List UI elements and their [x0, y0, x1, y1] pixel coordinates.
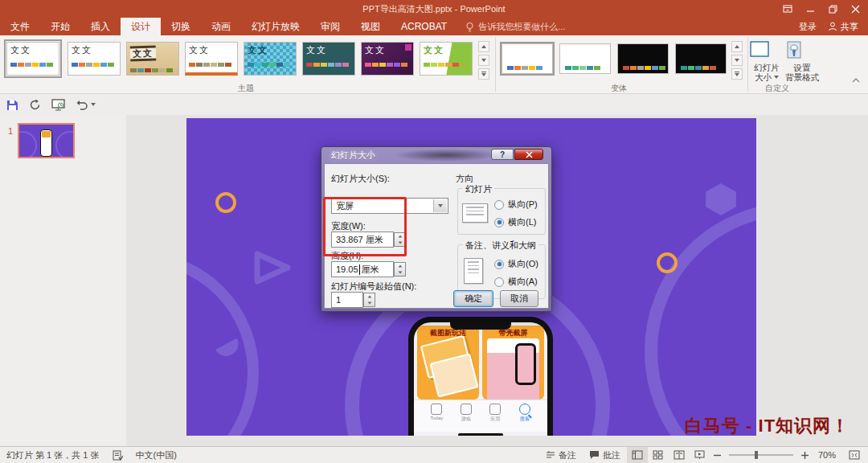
- variant-4[interactable]: [675, 43, 727, 74]
- tab-design[interactable]: 设计: [121, 18, 161, 35]
- aero-glass-blur: [394, 149, 498, 162]
- red-highlight-annotation: [323, 197, 407, 256]
- decoration-ring-left: [186, 252, 259, 436]
- zoom-in-button[interactable]: [798, 452, 812, 459]
- height-spinner[interactable]: [394, 262, 406, 277]
- tell-me-label: 告诉我您想要做什么...: [478, 21, 565, 33]
- slideshow-view-button[interactable]: [690, 447, 710, 463]
- ribbon-display-options-icon[interactable]: [776, 0, 799, 18]
- tab-view[interactable]: 视图: [350, 18, 391, 35]
- undo-icon[interactable]: [76, 100, 96, 110]
- spellcheck-icon[interactable]: [106, 447, 129, 463]
- themes-more-icon[interactable]: [478, 68, 489, 80]
- theme-white-2[interactable]: 文文: [68, 42, 121, 76]
- close-icon[interactable]: [844, 0, 866, 18]
- phone-notch: [450, 322, 511, 330]
- sign-in-button[interactable]: 登录: [799, 21, 817, 33]
- height-unit: 厘米: [362, 264, 379, 276]
- slide-size-icon: [749, 40, 784, 59]
- dialog-close-button[interactable]: [514, 149, 543, 160]
- decoration-orange-ring-right: [657, 252, 678, 273]
- slides-portrait-radio[interactable]: 纵向(P): [494, 199, 538, 211]
- theme-purple[interactable]: 文文: [361, 42, 414, 76]
- slide-size-button[interactable]: 幻灯片 大小: [749, 40, 784, 88]
- variants-scroll-down-icon[interactable]: [731, 55, 743, 66]
- notes-portrait-radio[interactable]: 纵向(O): [494, 258, 538, 270]
- theme-office[interactable]: 文文: [6, 42, 59, 76]
- collapse-ribbon-icon[interactable]: [852, 77, 860, 83]
- text-cursor: [359, 264, 360, 275]
- tell-me-box[interactable]: 告诉我您想要做什么...: [457, 18, 573, 35]
- slide-thumbnail-1[interactable]: [18, 123, 75, 158]
- notes-toggle[interactable]: 备注: [539, 447, 583, 463]
- zoom-slider[interactable]: [729, 454, 793, 456]
- ok-button[interactable]: 确定: [453, 290, 493, 307]
- person-icon: [828, 22, 837, 31]
- themes-scroll-up-icon[interactable]: [478, 41, 489, 52]
- dialog-help-button[interactable]: ?: [491, 149, 514, 160]
- tab-insert[interactable]: 插入: [80, 18, 121, 35]
- slides-group-legend: 幻灯片: [463, 183, 494, 195]
- variants-group-label: 变体: [611, 83, 627, 94]
- save-icon[interactable]: [6, 99, 18, 111]
- format-background-button[interactable]: 设置 背景格式: [784, 40, 820, 88]
- height-input[interactable]: 19.05 厘米: [331, 261, 394, 277]
- decoration-triangle: [252, 249, 293, 286]
- number-start-input[interactable]: 1: [331, 292, 363, 308]
- slide-sorter-view-button[interactable]: [648, 447, 669, 463]
- group-divider: [495, 37, 496, 92]
- tab-animations[interactable]: 动画: [201, 18, 241, 35]
- themes-scroll-down-icon[interactable]: [478, 55, 489, 66]
- document-title: PPT导出高清大图.pptx - PowerPoint: [0, 3, 868, 15]
- fit-to-window-icon[interactable]: [842, 447, 868, 463]
- zoom-level[interactable]: 70%: [812, 447, 842, 463]
- decoration-hexagon: [704, 183, 738, 215]
- number-start-label: 幻灯片编号起始值(N):: [331, 281, 416, 293]
- height-value: 19.05: [336, 264, 358, 274]
- variant-2[interactable]: [559, 43, 611, 74]
- language-indicator[interactable]: 中文(中国): [129, 447, 183, 463]
- customize-group-label: 自定义: [765, 83, 789, 94]
- thumb-phone-graphic: [40, 129, 52, 157]
- minimize-icon[interactable]: [799, 0, 821, 18]
- group-divider: [747, 37, 748, 92]
- restore-icon[interactable]: [821, 0, 844, 18]
- normal-view-button[interactable]: [627, 447, 648, 463]
- combobox-dropdown-icon[interactable]: [433, 199, 447, 212]
- powerpoint-window: PPT导出高清大图.pptx - PowerPoint 文件 开始 插入 设计 …: [0, 0, 868, 463]
- size-label: 幻灯片大小(S):: [331, 173, 390, 185]
- tab-file[interactable]: 文件: [0, 18, 40, 35]
- theme-orange-line[interactable]: 文文: [185, 42, 238, 76]
- quick-access-toolbar: [0, 94, 868, 115]
- undo-dropdown-icon[interactable]: [91, 103, 96, 106]
- dialog-title: 幻灯片大小: [331, 150, 375, 162]
- share-button[interactable]: 共享: [828, 21, 858, 33]
- slides-landscape-radio[interactable]: 横向(L): [494, 216, 536, 228]
- zoom-out-button[interactable]: [710, 452, 724, 459]
- theme-wood[interactable]: 文文: [126, 42, 179, 76]
- number-spinner[interactable]: [363, 293, 375, 307]
- variant-1[interactable]: [502, 43, 553, 74]
- slides-orientation-group: 幻灯片 纵向(P) 横向(L): [457, 188, 546, 235]
- variants-more-icon[interactable]: [731, 68, 743, 80]
- tab-slideshow[interactable]: 幻灯片放映: [241, 18, 310, 35]
- notes-landscape-radio[interactable]: 横向(A): [494, 276, 538, 288]
- phone-tab-search: 搜索: [513, 404, 537, 432]
- redo-icon[interactable]: [29, 99, 41, 111]
- comments-toggle[interactable]: 批注: [583, 447, 627, 463]
- variants-scroll-up-icon[interactable]: [731, 41, 743, 52]
- portrait-doc-icon: [464, 258, 483, 284]
- tab-acrobat[interactable]: ACROBAT: [391, 18, 457, 35]
- tab-review[interactable]: 审阅: [310, 18, 350, 35]
- variant-3[interactable]: [617, 43, 669, 74]
- theme-dark-teal[interactable]: 文文: [302, 42, 355, 76]
- zoom-slider-handle[interactable]: [755, 451, 758, 459]
- cancel-button[interactable]: 取消: [500, 290, 538, 307]
- slideshow-from-start-icon[interactable]: [51, 99, 65, 111]
- tab-transitions[interactable]: 切换: [161, 18, 201, 35]
- theme-teal-pattern[interactable]: 文文: [244, 42, 297, 76]
- reading-view-button[interactable]: [669, 447, 690, 463]
- theme-green[interactable]: 文文: [420, 42, 473, 76]
- tab-home[interactable]: 开始: [40, 18, 80, 35]
- phone-screen: 截图新玩法 带壳截屏 Today 游戏 应用 搜索: [414, 322, 547, 436]
